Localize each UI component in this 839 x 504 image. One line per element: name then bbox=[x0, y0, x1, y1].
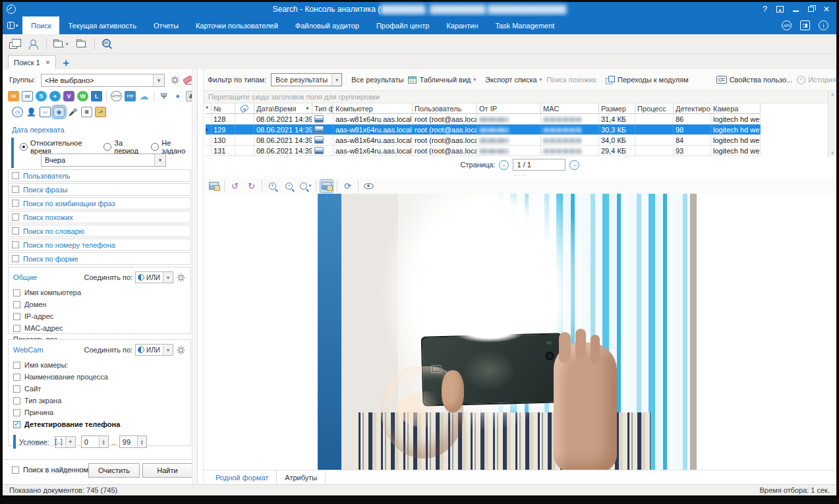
import-search-button[interactable]: ← bbox=[75, 38, 89, 51]
date-option-radio[interactable]: Относительное время bbox=[20, 139, 97, 155]
viber-icon[interactable]: V bbox=[63, 91, 74, 101]
search-tab[interactable]: Поиск 1 ✕ bbox=[8, 55, 56, 69]
view-eye-button[interactable] bbox=[362, 180, 375, 192]
search-criteria-item[interactable]: Поиск похожих bbox=[8, 211, 191, 223]
cloud-icon[interactable]: ☁ bbox=[138, 91, 150, 101]
webcam-item[interactable]: Имя камеры: bbox=[13, 359, 186, 371]
device-search-icon[interactable]: ⌖ bbox=[172, 91, 183, 101]
criteria-checkbox[interactable] bbox=[12, 213, 19, 221]
user-search-button[interactable] bbox=[27, 38, 41, 51]
rotate-left-button[interactable]: ↺ bbox=[229, 180, 241, 192]
usb-icon[interactable]: Ψ bbox=[158, 91, 169, 101]
whatsapp-icon[interactable]: W bbox=[77, 91, 88, 101]
clear-button[interactable]: Очистить bbox=[88, 463, 140, 478]
menu-tab[interactable]: Поиск bbox=[22, 16, 59, 34]
webcam-item[interactable]: Причина bbox=[13, 406, 186, 418]
viewer-tab[interactable]: Атрибуты bbox=[277, 470, 326, 484]
common-settings-icon[interactable] bbox=[176, 273, 186, 283]
restore-button[interactable] bbox=[808, 7, 814, 12]
viewer-tab[interactable]: Родной формат bbox=[208, 470, 277, 484]
webcam-settings-icon[interactable] bbox=[176, 345, 186, 355]
im-icon[interactable]: IM bbox=[22, 91, 33, 101]
relative-period-select[interactable]: Вчера▼ bbox=[41, 154, 166, 167]
api-icon[interactable]: API bbox=[782, 20, 792, 30]
next-page-button[interactable]: → bbox=[569, 160, 579, 170]
criteria-checkbox[interactable] bbox=[12, 255, 19, 262]
time-icon[interactable]: ◷ bbox=[12, 107, 23, 117]
search-criteria-item[interactable]: Поиск по номеру телефона bbox=[8, 238, 191, 251]
telegram-icon[interactable]: ✈ bbox=[49, 91, 61, 101]
fit-to-window-button[interactable] bbox=[320, 180, 333, 192]
sidebar-scrollbar[interactable] bbox=[192, 69, 197, 484]
zoom-out-button[interactable]: − bbox=[283, 180, 295, 192]
menu-tab[interactable]: Профайл центр bbox=[368, 16, 438, 34]
table-row[interactable]: ▸ 131 08.06.2021 14:39:33 aas-w81x64ru.a… bbox=[206, 146, 761, 156]
table-row[interactable]: ▸ 130 08.06.2021 14:39:36 aas-w81x64ru.a… bbox=[206, 135, 761, 146]
find-button[interactable]: Найти bbox=[142, 463, 192, 478]
common-join-select[interactable]: ИЛИ▼ bbox=[135, 271, 173, 283]
user-activity-icon[interactable]: 👤 bbox=[26, 107, 37, 117]
close-button[interactable]: ✕ bbox=[823, 2, 830, 16]
menu-tab[interactable]: Task Management bbox=[486, 16, 563, 34]
vertical-splitter[interactable] bbox=[198, 69, 204, 484]
menu-tab[interactable]: Текущая активность bbox=[59, 16, 144, 34]
export-list-button[interactable]: Экспорт списка▾ bbox=[485, 76, 542, 84]
refresh-button[interactable]: ⟳ bbox=[341, 180, 354, 192]
all-results-button[interactable]: Все результаты bbox=[351, 76, 403, 84]
common-item[interactable]: Домен bbox=[13, 298, 186, 310]
condition-op-select[interactable]: [..]▼ bbox=[55, 436, 76, 448]
criteria-checkbox[interactable] bbox=[12, 241, 19, 248]
table-header-row[interactable]: * № Дата\Время▼ Тип фа Компьютер Пользов… bbox=[206, 103, 761, 114]
menu-tab[interactable]: Карточки пользователей bbox=[187, 16, 287, 34]
menu-tab[interactable]: Отчеты bbox=[145, 16, 187, 34]
http-icon[interactable]: HTTP bbox=[111, 91, 122, 101]
webcam-item[interactable]: Детектирование телефона bbox=[13, 418, 186, 430]
monitor-icon[interactable]: ▭ bbox=[40, 107, 51, 117]
help-button[interactable]: ? bbox=[763, 2, 767, 16]
webcam-join-select[interactable]: ИЛИ▼ bbox=[135, 344, 173, 356]
criteria-checkbox[interactable] bbox=[12, 172, 19, 179]
search-criteria-item[interactable]: Поиск по словарю bbox=[8, 225, 191, 237]
id-search-button[interactable]: ID bbox=[100, 38, 114, 51]
condition-to-stepper[interactable]: 99▲▼ bbox=[119, 435, 147, 448]
microphone-icon[interactable]: 🎤 bbox=[67, 107, 78, 117]
lync-icon[interactable]: L bbox=[91, 91, 102, 101]
new-window-button[interactable] bbox=[8, 38, 22, 51]
table-row[interactable]: ▸ 129 08.06.2021 14:39:38 aas-w81x64ru.a… bbox=[206, 125, 761, 135]
filter-type-select[interactable]: Все результаты▼ bbox=[271, 73, 342, 86]
modules-cube-icon[interactable]: ◨ bbox=[800, 20, 810, 30]
prev-page-button[interactable]: ← bbox=[499, 160, 509, 170]
table-scrollbar[interactable]: ∧∨ bbox=[828, 91, 836, 157]
common-item[interactable]: IP-адрес bbox=[13, 310, 186, 322]
info-icon[interactable]: i bbox=[819, 20, 828, 30]
app-menu-button[interactable]: ▾ bbox=[3, 16, 22, 34]
zoom-in-button[interactable]: + bbox=[266, 180, 279, 192]
minimize-button[interactable] bbox=[793, 7, 799, 12]
criteria-checkbox[interactable] bbox=[12, 200, 19, 207]
zoom-menu-button[interactable]: ▾ bbox=[299, 180, 312, 192]
search-in-found[interactable]: Поиск в найденном bbox=[12, 466, 88, 474]
pin-window-button[interactable]: ▴ bbox=[776, 6, 784, 13]
date-option-radio[interactable]: Не задано bbox=[151, 139, 192, 155]
rotate-right-button[interactable]: ↻ bbox=[245, 180, 258, 192]
mail-icon[interactable]: ✉ bbox=[8, 91, 19, 101]
search-criteria-item[interactable]: Пользователь bbox=[8, 169, 191, 182]
folder-incoming-icon[interactable]: ⬏ bbox=[95, 107, 106, 117]
webcam-item[interactable]: Тип экрана bbox=[13, 395, 186, 406]
devices-audit-icon[interactable]: ▦ bbox=[81, 107, 92, 117]
criteria-checkbox[interactable] bbox=[12, 227, 19, 235]
close-tab-icon[interactable]: ✕ bbox=[45, 59, 51, 66]
go-modules-button[interactable]: Переходы к модулям bbox=[606, 76, 689, 84]
ftp-icon[interactable]: FTP bbox=[125, 91, 136, 101]
webcam-item[interactable]: Сайт bbox=[13, 383, 186, 395]
webcam-icon[interactable]: ◉ bbox=[53, 107, 65, 117]
horizontal-splitter[interactable]: ····· bbox=[204, 173, 836, 178]
table-row[interactable]: ▸ 128 08.06.2021 14:39:41 aas-w81x64ru.a… bbox=[206, 114, 761, 125]
table-view-button[interactable]: Табличный вид▾ bbox=[408, 76, 476, 84]
search-criteria-item[interactable]: Поиск фразы bbox=[8, 183, 191, 196]
common-item[interactable]: Имя компьютера bbox=[13, 287, 186, 298]
common-item[interactable]: MAC-адрес bbox=[13, 322, 186, 334]
date-option-radio[interactable]: За период bbox=[103, 139, 144, 155]
search-criteria-item[interactable]: Поиск по форме bbox=[8, 252, 191, 265]
groups-settings-icon[interactable] bbox=[170, 75, 180, 85]
